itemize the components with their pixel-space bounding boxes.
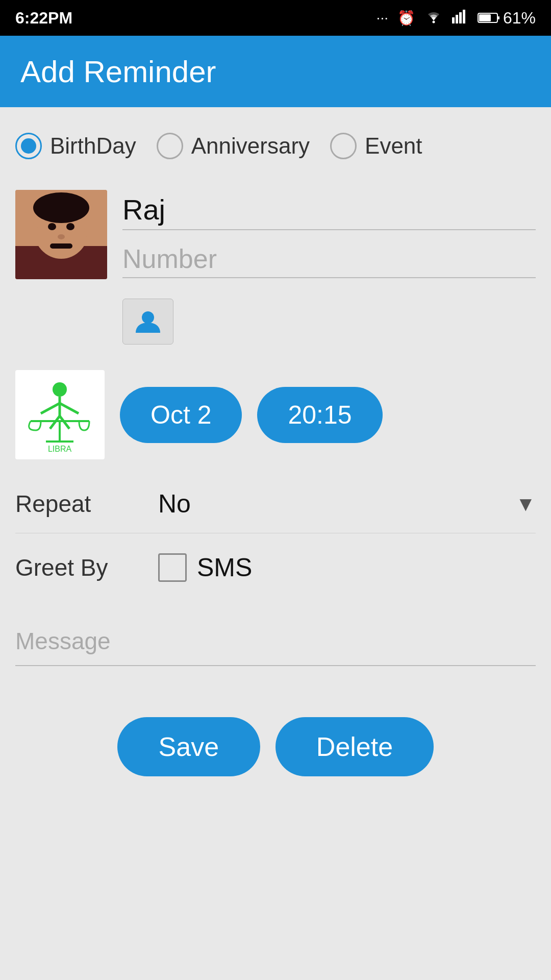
delete-button[interactable]: Delete: [276, 717, 434, 776]
svg-point-13: [66, 223, 74, 230]
contact-fields: [122, 190, 536, 345]
radio-label-anniversary: Anniversary: [191, 133, 310, 159]
message-underline: [15, 665, 536, 666]
app-title: Add Reminder: [20, 54, 216, 89]
svg-text:LIBRA: LIBRA: [48, 445, 72, 453]
radio-circle-anniversary: [157, 133, 183, 159]
svg-rect-1: [452, 17, 455, 23]
greet-by-label: Greet By: [15, 554, 158, 581]
signal-icon: [452, 9, 468, 27]
radio-event[interactable]: Event: [330, 133, 422, 159]
svg-rect-2: [456, 15, 458, 23]
svg-point-18: [142, 311, 154, 324]
radio-label-birthday: BirthDay: [50, 133, 136, 159]
repeat-value: No: [158, 489, 515, 519]
time-button[interactable]: 20:15: [257, 387, 382, 443]
name-input[interactable]: [122, 190, 536, 230]
contact-photo[interactable]: [15, 190, 107, 279]
svg-rect-15: [50, 243, 72, 249]
radio-label-event: Event: [365, 133, 422, 159]
message-label: Message: [15, 628, 111, 654]
sms-label: SMS: [197, 553, 252, 582]
repeat-row: Repeat No ▼: [15, 475, 536, 533]
wifi-icon: [424, 9, 443, 27]
sms-checkbox-wrapper: SMS: [158, 553, 252, 582]
dropdown-arrow-icon[interactable]: ▼: [515, 493, 536, 516]
svg-point-12: [48, 223, 56, 230]
save-button[interactable]: Save: [117, 717, 260, 776]
svg-rect-4: [463, 10, 465, 23]
radio-anniversary[interactable]: Anniversary: [157, 133, 310, 159]
app-bar: Add Reminder: [0, 36, 551, 107]
zodiac-image: LIBRA: [15, 370, 105, 459]
svg-point-16: [28, 224, 38, 238]
date-button[interactable]: Oct 2: [120, 387, 242, 443]
sms-checkbox[interactable]: [158, 553, 187, 582]
svg-rect-7: [498, 16, 499, 19]
contact-picker-button[interactable]: [122, 299, 173, 345]
reminder-type-group: BirthDay Anniversary Event: [15, 128, 536, 164]
battery-text: 61%: [478, 9, 536, 28]
number-input[interactable]: [122, 240, 536, 278]
svg-point-17: [84, 224, 94, 238]
radio-circle-event: [330, 133, 357, 159]
message-section: Message: [15, 627, 536, 676]
svg-point-11: [33, 192, 89, 223]
action-buttons: Save Delete: [15, 717, 536, 776]
greet-by-row: Greet By SMS: [15, 538, 536, 597]
radio-birthday[interactable]: BirthDay: [15, 133, 136, 159]
repeat-label: Repeat: [15, 490, 158, 518]
svg-rect-3: [459, 12, 462, 23]
svg-point-20: [53, 382, 67, 397]
svg-rect-6: [479, 14, 491, 21]
zodiac-date-section: LIBRA Oct 2 20:15: [15, 370, 536, 459]
dots-icon: ···: [377, 10, 388, 26]
contact-section: [15, 190, 536, 345]
svg-point-0: [432, 20, 435, 23]
status-time: 6:22PM: [15, 9, 72, 28]
svg-point-14: [58, 234, 65, 239]
status-bar: 6:22PM ··· ⏰ 61%: [0, 0, 551, 36]
status-icons: ··· ⏰ 61%: [377, 9, 536, 28]
main-content: BirthDay Anniversary Event: [0, 107, 551, 807]
alarm-icon: ⏰: [397, 10, 415, 27]
radio-circle-birthday: [15, 133, 42, 159]
